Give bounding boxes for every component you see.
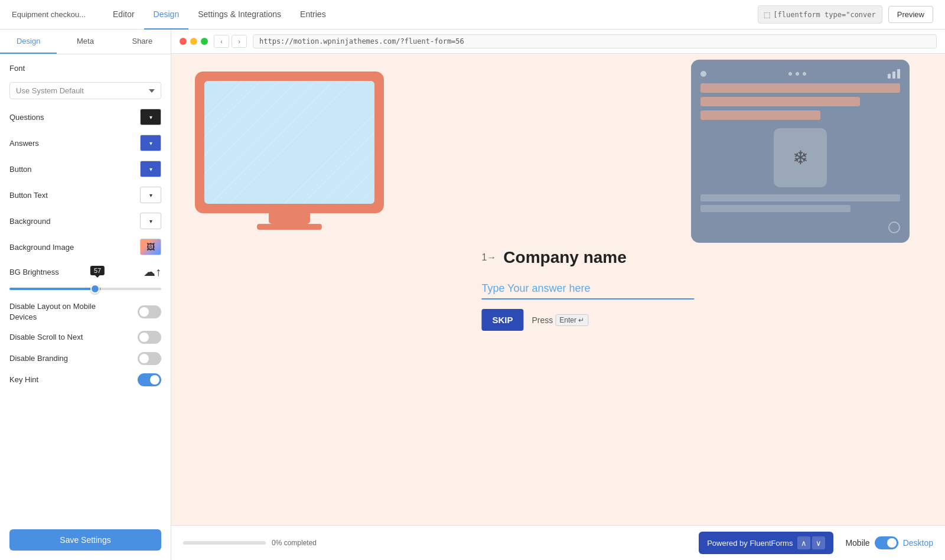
shortcode-icon: ⬚ xyxy=(764,9,770,20)
skip-button[interactable]: SKIP xyxy=(481,309,523,331)
disable-branding-toggle[interactable] xyxy=(138,352,161,365)
browser-dots xyxy=(180,38,208,45)
dot-green xyxy=(201,38,208,45)
image-icon: 🖼 xyxy=(146,242,155,252)
preview-button[interactable]: Preview xyxy=(888,6,933,23)
key-hint-toggle[interactable] xyxy=(138,373,161,386)
button-text-chevron-icon: ▾ xyxy=(149,192,152,198)
nav-up-arrow[interactable]: ∧ xyxy=(797,536,810,549)
disable-layout-toggle[interactable] xyxy=(138,305,161,318)
bg-brightness-section: BG Brightness ☁↑ 57 xyxy=(9,265,161,292)
background-image-row: Background Image 🖼 xyxy=(9,239,161,255)
button-text-label: Button Text xyxy=(9,191,48,200)
disable-scroll-toggle[interactable] xyxy=(138,331,161,344)
button-chevron-icon: ▾ xyxy=(149,166,152,172)
background-color-button[interactable]: ▾ xyxy=(140,213,161,229)
font-label: Font xyxy=(9,64,25,73)
nav-items: Editor Design Settings & Integrations En… xyxy=(103,0,335,30)
nav-settings[interactable]: Settings & Integrations xyxy=(188,0,291,30)
back-arrow[interactable]: ‹ xyxy=(214,35,229,48)
tab-share[interactable]: Share xyxy=(114,30,171,54)
press-label: Press xyxy=(532,315,553,325)
sidebar-content: Font Use System Default Questions ▾ Answ… xyxy=(0,54,171,525)
sidebar: Design Meta Share Font Use System Defaul… xyxy=(0,30,171,560)
dot-red xyxy=(180,38,187,45)
bottom-right: Powered by FluentForms ∧ ∨ Mobile Deskto… xyxy=(699,532,933,554)
preview-area: ‹ › https://motion.wpninjathemes.com/?fl… xyxy=(171,30,945,560)
font-select[interactable]: Use System Default xyxy=(9,82,161,99)
form-preview: ❄ 1→ Company name xyxy=(171,54,945,560)
button-text-row: Button Text ▾ xyxy=(9,187,161,203)
button-row: Button ▾ xyxy=(9,161,161,177)
key-hint-row: Key Hint xyxy=(9,373,161,386)
brightness-slider[interactable] xyxy=(9,288,161,290)
disable-scroll-label: Disable Scroll to Next xyxy=(9,332,83,343)
upload-button[interactable]: ☁↑ xyxy=(144,265,161,279)
nav-design[interactable]: Design xyxy=(144,0,189,30)
mobile-desktop-toggle-switch[interactable] xyxy=(875,536,898,549)
progress-bar-outer xyxy=(183,541,266,545)
form-question: 1→ Company name xyxy=(481,248,694,267)
form-actions: SKIP Press Enter ↵ xyxy=(481,309,694,331)
form-input-placeholder: Type Your answer here xyxy=(481,282,590,294)
computer-illustration xyxy=(195,71,384,230)
font-row: Font xyxy=(9,64,161,73)
shortcode-text: [fluentform type="conver xyxy=(773,11,875,19)
button-label: Button xyxy=(9,165,32,174)
question-text: Company name xyxy=(503,248,627,267)
shortcode-box[interactable]: ⬚ [fluentform type="conver xyxy=(758,5,882,24)
answers-row: Answers ▾ xyxy=(9,135,161,151)
nav-down-arrow[interactable]: ∨ xyxy=(812,536,825,549)
preview-bottom-bar: 0% completed Powered by FluentForms ∧ ∨ … xyxy=(171,525,945,560)
sidebar-tabs: Design Meta Share xyxy=(0,30,171,54)
press-hint: Press Enter ↵ xyxy=(532,314,588,326)
disable-layout-row: Disable Layout on Mobile Devices xyxy=(9,301,161,323)
top-nav-right: ⬚ [fluentform type="conver Preview xyxy=(758,5,933,24)
questions-chevron-icon: ▾ xyxy=(149,114,152,121)
button-color-button[interactable]: ▾ xyxy=(140,161,161,177)
desktop-label: Desktop xyxy=(903,538,933,548)
nav-editor[interactable]: Editor xyxy=(103,0,144,30)
upload-icon: ☁↑ xyxy=(144,265,161,278)
disable-layout-label: Disable Layout on Mobile Devices xyxy=(9,301,116,323)
answers-color-button[interactable]: ▾ xyxy=(140,135,161,151)
nav-entries[interactable]: Entries xyxy=(291,0,335,30)
form-preview-inner: ❄ 1→ Company name xyxy=(171,54,945,525)
progress-text: 0% completed xyxy=(272,539,317,547)
app-title: Equipment checkou... xyxy=(12,10,86,19)
top-nav: Equipment checkou... Editor Design Setti… xyxy=(0,0,945,30)
questions-label: Questions xyxy=(9,113,44,122)
mobile-desktop-toggle: Mobile Desktop xyxy=(845,536,933,549)
disable-branding-label: Disable Branding xyxy=(9,353,68,364)
forward-arrow[interactable]: › xyxy=(232,35,247,48)
button-text-color-button[interactable]: ▾ xyxy=(140,187,161,203)
disable-branding-row: Disable Branding xyxy=(9,352,161,365)
browser-url[interactable]: https://motion.wpninjathemes.com/?fluent… xyxy=(253,34,937,48)
form-input-area[interactable]: Type Your answer here xyxy=(481,279,694,299)
save-settings-button[interactable]: Save Settings xyxy=(9,529,161,551)
dot-yellow xyxy=(190,38,197,45)
background-image-button[interactable]: 🖼 xyxy=(140,239,161,255)
progress-section: 0% completed xyxy=(183,539,317,547)
tab-meta[interactable]: Meta xyxy=(57,30,113,54)
question-number: 1→ xyxy=(481,252,496,263)
key-hint-label: Key Hint xyxy=(9,375,38,385)
main-layout: Design Meta Share Font Use System Defaul… xyxy=(0,30,945,560)
background-chevron-icon: ▾ xyxy=(149,218,152,224)
browser-arrows: ‹ › xyxy=(214,35,247,48)
browser-bar: ‹ › https://motion.wpninjathemes.com/?fl… xyxy=(171,30,945,54)
background-image-label: Background Image xyxy=(9,243,74,252)
tab-design[interactable]: Design xyxy=(0,30,57,54)
powered-by-badge: Powered by FluentForms ∧ ∨ xyxy=(699,532,833,554)
questions-row: Questions ▾ xyxy=(9,109,161,125)
nav-arrows: ∧ ∨ xyxy=(797,536,825,549)
questions-color-button[interactable]: ▾ xyxy=(140,109,161,125)
answers-chevron-icon: ▾ xyxy=(149,140,152,146)
disable-scroll-row: Disable Scroll to Next xyxy=(9,331,161,344)
background-label: Background xyxy=(9,217,50,226)
brightness-slider-container: 57 xyxy=(9,282,161,292)
background-row: Background ▾ xyxy=(9,213,161,229)
brightness-value: 57 xyxy=(90,266,105,275)
mobile-label: Mobile xyxy=(845,538,869,548)
form-content: 1→ Company name Type Your answer here SK… xyxy=(481,248,694,331)
